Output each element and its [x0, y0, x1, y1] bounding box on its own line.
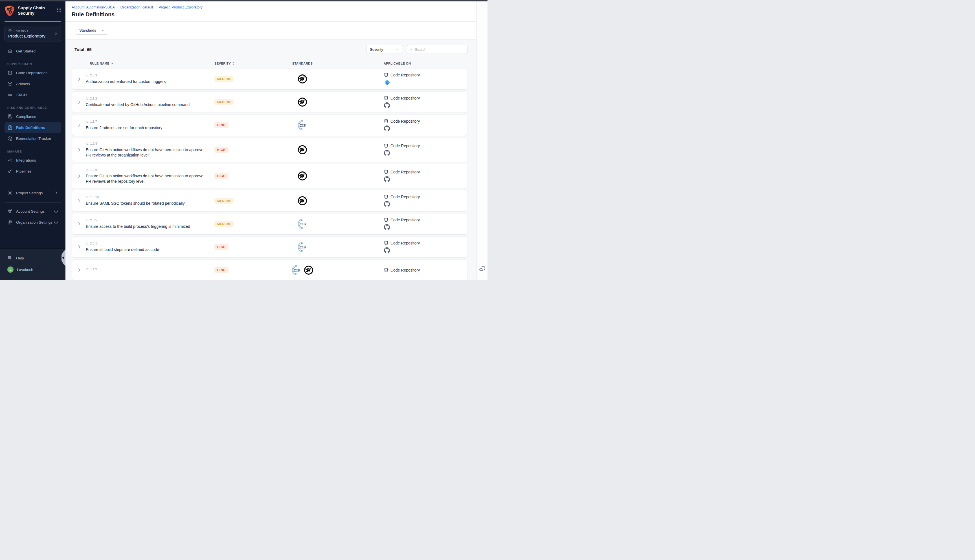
sidebar-item-label: Rule Definitions	[16, 125, 45, 130]
project-selector[interactable]: PROJECT Product Exploratory	[5, 26, 61, 42]
expand-row-icon[interactable]	[77, 198, 82, 203]
expand-row-icon[interactable]	[77, 123, 82, 128]
sidebar-account-group: Account SettingsOrganization Settings	[0, 205, 65, 228]
expand-row-icon[interactable]	[77, 268, 82, 272]
svg-text:</>: </>	[385, 145, 387, 147]
sidebar-item-ci-cd[interactable]: CI/CD	[5, 89, 61, 100]
severity-dropdown[interactable]: Severity	[366, 45, 403, 54]
sidebar-item-remediation-tracker[interactable]: Remediation Tracker	[5, 133, 61, 144]
search-box	[407, 45, 467, 54]
table-row[interactable]: Id: 2.1.2Certificate not verified by Git…	[72, 92, 467, 113]
project-cube-icon	[8, 29, 12, 32]
rule-id: Id: 2.3.5	[86, 218, 214, 222]
collapse-arrow-icon	[62, 256, 64, 259]
sidebar-nav: Get StartedSUPPLY CHAIN</>Code Repositor…	[0, 42, 65, 177]
svg-text:</>: </>	[385, 121, 387, 122]
table-row[interactable]: Id: 2.3.5Ensure access to the build proc…	[72, 213, 467, 234]
code-repository-icon: </>	[384, 194, 389, 199]
standards-dropdown[interactable]: Standards	[76, 26, 109, 35]
table-row[interactable]: Id: 1.3.10Ensure SAML SSO tokens should …	[72, 190, 467, 211]
table-row[interactable]: Id: 2.3.9Authorization not enforced for …	[72, 68, 467, 89]
sidebar-item-label: Integrations	[16, 158, 36, 162]
user-avatar: L	[7, 267, 13, 273]
sidebar-item-label: Project Settings	[16, 191, 43, 195]
harness-code-icon: </>	[384, 79, 467, 85]
breadcrumb-separator: ›	[155, 5, 156, 9]
sidebar-item-code-repositories[interactable]: </>Code Repositories	[5, 67, 61, 78]
nav-section-label: SUPPLY CHAIN	[0, 63, 65, 66]
info-icon[interactable]	[54, 209, 58, 213]
sidebar-item-project-settings[interactable]: Project Settings	[5, 188, 61, 198]
code-repository-icon: </>	[384, 96, 389, 101]
code-repo-icon: </>	[7, 70, 13, 75]
window-top-bar	[0, 0, 488, 2]
code-repository-icon: </>	[384, 143, 389, 148]
chat-widget-icon[interactable]	[478, 265, 486, 272]
info-icon[interactable]	[54, 220, 58, 225]
sidebar-item-pipelines[interactable]: Pipelines	[5, 166, 61, 177]
svg-text:</>: </>	[385, 242, 387, 243]
sidebar-item-organization-settings[interactable]: Organization Settings	[5, 217, 61, 228]
sidebar-item-user[interactable]: L Lavakush	[5, 264, 61, 275]
severity-badge: MEDIUM	[214, 198, 234, 204]
sidebar-item-help[interactable]: ? Help	[5, 252, 61, 263]
sidebar-item-artifacts[interactable]: Artifacts	[5, 78, 61, 89]
user-name: Lavakush	[17, 268, 33, 272]
rule-name: Ensure GitHub action workflows do not ha…	[86, 173, 204, 184]
sidebar-item-label: Account Settings	[16, 209, 45, 213]
owasp-icon	[297, 97, 308, 108]
breadcrumb-link[interactable]: Account: Automation-SSCA	[72, 5, 115, 9]
svg-text:</>: </>	[385, 172, 387, 173]
expand-row-icon[interactable]	[77, 100, 82, 105]
svg-text:</>: </>	[385, 75, 387, 76]
column-header-standards: STANDARDS	[257, 62, 348, 65]
compliance-doc-icon	[7, 114, 13, 119]
sidebar-item-label: Organization Settings	[16, 220, 52, 225]
table-row[interactable]: Id: 1.2.9Ensure GitHub action workflows …	[72, 164, 467, 188]
column-header-rule-name[interactable]: RULE NAME	[86, 62, 214, 65]
sidebar-item-account-settings[interactable]: Account Settings	[5, 206, 61, 217]
sidebar-item-compliance[interactable]: Compliance	[5, 111, 61, 122]
code-repository-icon: </>	[384, 72, 389, 78]
column-header-severity[interactable]: SEVERITY	[214, 62, 257, 65]
code-repository-icon: </>	[384, 217, 389, 222]
sidebar-item-get-started[interactable]: Get Started	[5, 46, 61, 57]
project-label: PROJECT	[13, 29, 28, 32]
expand-row-icon[interactable]	[77, 174, 82, 178]
search-input[interactable]	[415, 47, 464, 52]
github-icon	[384, 201, 467, 207]
pipelines-icon	[7, 168, 13, 174]
table-toolbar: Total: 65 Severity	[72, 45, 467, 54]
chevron-down-icon	[396, 48, 399, 51]
expand-row-icon[interactable]	[77, 147, 82, 152]
infinity-icon	[7, 92, 13, 98]
module-grid-icon[interactable]	[57, 7, 62, 12]
owasp-icon	[297, 144, 308, 155]
table-row[interactable]: Id: 1.2.8Ensure GitHub action workflows …	[72, 138, 467, 162]
rule-id: Id: 1.3.7	[86, 120, 214, 123]
sidebar-item-label: Compliance	[16, 115, 36, 119]
applicable-on-label: Code Repository	[391, 241, 420, 245]
applicable-on-label: Code Repository	[391, 268, 420, 272]
rule-name: Certificate not verified by GitHub Actio…	[86, 102, 204, 107]
table-row[interactable]: Id: 1.1.9HIGHCIS</>Code Repository	[72, 260, 467, 280]
code-repository-icon: </>	[384, 268, 389, 273]
breadcrumb-link[interactable]: Organization: default	[120, 5, 153, 9]
table-row[interactable]: Id: 1.3.7Ensure 2 admins are set for eac…	[72, 115, 467, 136]
table-row[interactable]: Id: 2.3.1Ensure all build steps are defi…	[72, 237, 467, 257]
rule-name: Ensure all build steps are defined as co…	[86, 247, 204, 252]
sidebar-item-integrations[interactable]: Integrations	[5, 155, 61, 165]
breadcrumb-link[interactable]: Project: Product Exploratory	[159, 5, 202, 9]
sort-icon	[232, 62, 234, 65]
expand-row-icon[interactable]	[77, 222, 82, 226]
applicable-on-label: Code Repository	[391, 195, 420, 199]
expand-row-icon[interactable]	[77, 77, 82, 82]
cis-icon: CIS	[290, 264, 302, 276]
cis-icon: CIS	[297, 241, 308, 253]
svg-text:CIS: CIS	[299, 245, 306, 249]
rule-name: Ensure GitHub action workflows do not ha…	[86, 147, 204, 158]
applicable-on-label: Code Repository	[391, 73, 420, 77]
github-icon	[384, 247, 467, 253]
sidebar-item-rule-definitions[interactable]: Rule Definitions	[5, 122, 61, 133]
expand-row-icon[interactable]	[77, 245, 82, 249]
